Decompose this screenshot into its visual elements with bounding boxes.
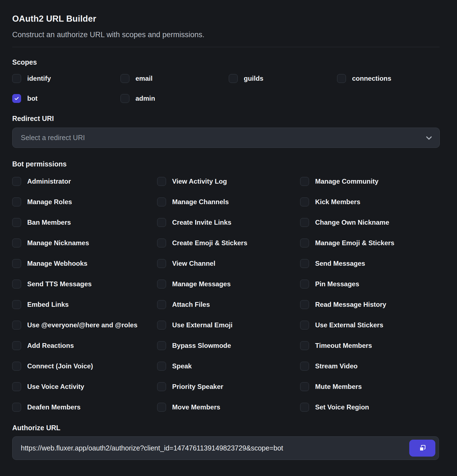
permission-checkbox-manage-messages[interactable] — [157, 280, 166, 288]
permission-item-manage-community[interactable]: Manage Community — [300, 177, 440, 186]
permission-item-add-reactions[interactable]: Add Reactions — [12, 341, 157, 350]
permission-label-deafen-members: Deafen Members — [27, 403, 81, 411]
permission-item-manage-webhooks[interactable]: Manage Webhooks — [12, 259, 157, 268]
scope-checkbox-connections[interactable] — [337, 74, 346, 83]
permission-checkbox-kick-members[interactable] — [300, 198, 309, 206]
permission-item-pin-messages[interactable]: Pin Messages — [300, 280, 440, 288]
permission-item-set-voice-region[interactable]: Set Voice Region — [300, 403, 440, 412]
permission-label-stream-video: Stream Video — [315, 362, 358, 370]
permission-item-timeout-members[interactable]: Timeout Members — [300, 341, 440, 350]
permission-checkbox-create-invite-links[interactable] — [157, 218, 166, 227]
permission-item-send-messages[interactable]: Send Messages — [300, 259, 440, 268]
scopes-grid: identifyemailguildsconnectionsbotadmin — [12, 74, 440, 103]
scope-item-admin[interactable]: admin — [120, 94, 229, 103]
permission-label-pin-messages: Pin Messages — [315, 280, 359, 288]
scope-checkbox-identify[interactable] — [12, 74, 21, 83]
permission-item-create-invite-links[interactable]: Create Invite Links — [157, 218, 300, 227]
permission-item-embed-links[interactable]: Embed Links — [12, 300, 157, 309]
permission-checkbox-manage-community[interactable] — [300, 177, 309, 186]
permission-checkbox-move-members[interactable] — [157, 403, 166, 412]
scope-checkbox-bot-checked[interactable] — [12, 94, 21, 103]
permission-checkbox-manage-nicknames[interactable] — [12, 239, 21, 247]
redirect-uri-select[interactable]: Select a redirect URI — [12, 128, 440, 148]
permission-checkbox-use-external-emoji[interactable] — [157, 321, 166, 330]
permission-checkbox-send-messages[interactable] — [300, 259, 309, 268]
permission-item-attach-files[interactable]: Attach Files — [157, 300, 300, 309]
permission-item-use-external-emoji[interactable]: Use External Emoji — [157, 321, 300, 330]
permission-checkbox-pin-messages[interactable] — [300, 280, 309, 288]
permission-checkbox-deafen-members[interactable] — [12, 403, 21, 412]
scope-label-guilds: guilds — [244, 75, 263, 82]
scope-item-email[interactable]: email — [120, 74, 229, 83]
permission-checkbox-stream-video[interactable] — [300, 362, 309, 371]
permission-label-priority-speaker: Priority Speaker — [172, 383, 223, 391]
permission-item-view-channel[interactable]: View Channel — [157, 259, 300, 268]
permission-item-manage-channels[interactable]: Manage Channels — [157, 198, 300, 206]
permission-item-deafen-members[interactable]: Deafen Members — [12, 403, 157, 412]
permission-checkbox-create-emoji-stickers[interactable] — [157, 239, 166, 247]
permission-checkbox-bypass-slowmode[interactable] — [157, 341, 166, 350]
permission-checkbox-manage-roles[interactable] — [12, 198, 21, 206]
permission-checkbox-read-message-history[interactable] — [300, 300, 309, 309]
permission-checkbox-add-reactions[interactable] — [12, 341, 21, 350]
permission-checkbox-use-external-stickers[interactable] — [300, 321, 309, 330]
permission-label-timeout-members: Timeout Members — [315, 342, 372, 350]
redirect-uri-placeholder: Select a redirect URI — [21, 134, 85, 142]
permission-checkbox-timeout-members[interactable] — [300, 341, 309, 350]
permission-checkbox-attach-files[interactable] — [157, 300, 166, 309]
permission-checkbox-administrator[interactable] — [12, 177, 21, 186]
permission-checkbox-manage-channels[interactable] — [157, 198, 166, 206]
scope-item-connections[interactable]: connections — [337, 74, 445, 83]
permission-checkbox-send-tts-messages[interactable] — [12, 280, 21, 288]
permission-checkbox-use-voice-activity[interactable] — [12, 382, 21, 391]
permission-label-create-invite-links: Create Invite Links — [172, 219, 231, 226]
permission-item-manage-emoji-stickers[interactable]: Manage Emoji & Stickers — [300, 239, 440, 247]
permission-item-administrator[interactable]: Administrator — [12, 177, 157, 186]
permission-item-view-activity-log[interactable]: View Activity Log — [157, 177, 300, 186]
permission-label-speak: Speak — [172, 362, 192, 370]
permission-checkbox-ban-members[interactable] — [12, 218, 21, 227]
permission-item-use-voice-activity[interactable]: Use Voice Activity — [12, 382, 157, 391]
permission-item-ban-members[interactable]: Ban Members — [12, 218, 157, 227]
permission-item-use-everyone-here-and-roles[interactable]: Use @everyone/@here and @roles — [12, 321, 157, 330]
permission-checkbox-view-activity-log[interactable] — [157, 177, 166, 186]
permission-item-kick-members[interactable]: Kick Members — [300, 198, 440, 206]
permission-checkbox-priority-speaker[interactable] — [157, 382, 166, 391]
permission-checkbox-manage-webhooks[interactable] — [12, 259, 21, 268]
permission-checkbox-change-own-nickname[interactable] — [300, 218, 309, 227]
scope-item-guilds[interactable]: guilds — [229, 74, 337, 83]
permission-checkbox-use-everyone-here-and-roles[interactable] — [12, 321, 21, 330]
permission-item-change-own-nickname[interactable]: Change Own Nickname — [300, 218, 440, 227]
permission-item-manage-nicknames[interactable]: Manage Nicknames — [12, 239, 157, 247]
permission-item-connect-join-voice[interactable]: Connect (Join Voice) — [12, 362, 157, 371]
permission-item-send-tts-messages[interactable]: Send TTS Messages — [12, 280, 157, 288]
permission-checkbox-speak[interactable] — [157, 362, 166, 371]
permission-checkbox-embed-links[interactable] — [12, 300, 21, 309]
scope-checkbox-guilds[interactable] — [229, 74, 238, 83]
permission-item-manage-roles[interactable]: Manage Roles — [12, 198, 157, 206]
permission-checkbox-manage-emoji-stickers[interactable] — [300, 239, 309, 247]
copy-url-button[interactable] — [409, 440, 435, 457]
permission-item-speak[interactable]: Speak — [157, 362, 300, 371]
permission-item-bypass-slowmode[interactable]: Bypass Slowmode — [157, 341, 300, 350]
scope-checkbox-admin[interactable] — [120, 94, 129, 103]
permission-item-create-emoji-stickers[interactable]: Create Emoji & Stickers — [157, 239, 300, 247]
scope-checkbox-email[interactable] — [120, 74, 129, 83]
permission-item-read-message-history[interactable]: Read Message History — [300, 300, 440, 309]
permission-item-manage-messages[interactable]: Manage Messages — [157, 280, 300, 288]
permission-item-use-external-stickers[interactable]: Use External Stickers — [300, 321, 440, 330]
permission-item-move-members[interactable]: Move Members — [157, 403, 300, 412]
permission-label-manage-webhooks: Manage Webhooks — [27, 260, 87, 267]
permission-item-stream-video[interactable]: Stream Video — [300, 362, 440, 371]
permission-checkbox-connect-join-voice[interactable] — [12, 362, 21, 371]
permission-item-mute-members[interactable]: Mute Members — [300, 382, 440, 391]
scope-item-bot[interactable]: bot — [12, 94, 120, 103]
permission-label-attach-files: Attach Files — [172, 301, 210, 308]
scope-item-identify[interactable]: identify — [12, 74, 120, 83]
permission-item-priority-speaker[interactable]: Priority Speaker — [157, 382, 300, 391]
permission-checkbox-set-voice-region[interactable] — [300, 403, 309, 412]
permission-checkbox-mute-members[interactable] — [300, 382, 309, 391]
authorize-url-field[interactable]: https://web.fluxer.app/oauth2/authorize?… — [12, 436, 439, 460]
oauth2-url-builder-panel: OAuth2 URL Builder Construct an authoriz… — [0, 0, 457, 460]
permission-checkbox-view-channel[interactable] — [157, 259, 166, 268]
